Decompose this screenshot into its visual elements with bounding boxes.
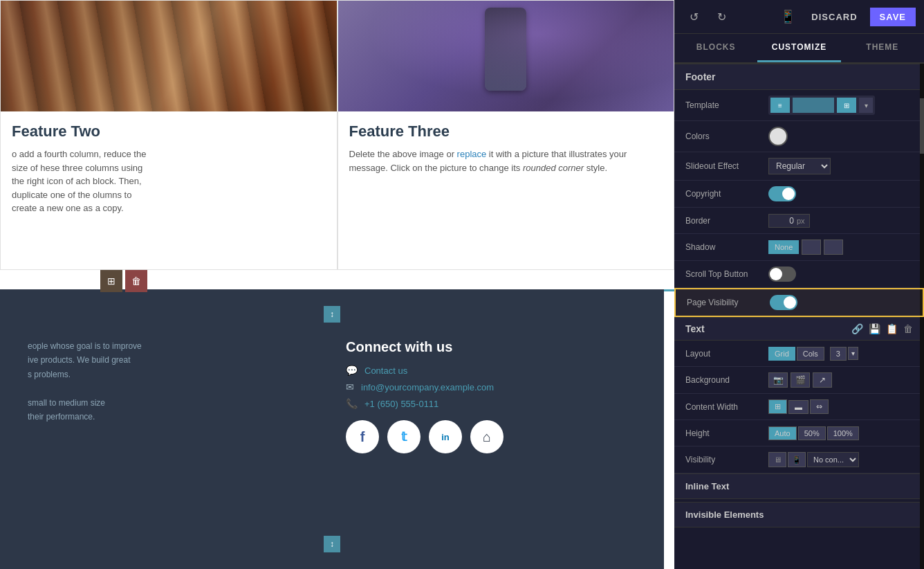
cw-btn-1[interactable]: ⊞ xyxy=(768,399,787,414)
colors-circle[interactable] xyxy=(768,127,788,146)
feature-three-content: Feature Three Delete the above image or … xyxy=(338,111,674,186)
vis-desktop-btn[interactable]: 🖥 xyxy=(768,452,786,467)
template-btn-alt[interactable]: ⊞ xyxy=(837,98,856,113)
feature-card-two[interactable]: Feature Two o add a fourth column, reduc… xyxy=(0,0,338,270)
device-toggle-button[interactable]: 📱 xyxy=(777,6,799,28)
copyright-label: Copyright xyxy=(685,189,768,199)
save-button[interactable]: SAVE xyxy=(870,8,916,26)
shadow-box-btn-1[interactable] xyxy=(802,240,821,255)
border-row: Border px xyxy=(674,208,924,234)
slideout-controls: Regular Slide Fade xyxy=(768,158,913,174)
template-btn-grid[interactable]: ≡ xyxy=(770,98,790,113)
copyright-row: Copyright xyxy=(674,181,924,208)
border-label: Border xyxy=(685,216,768,226)
block-grid-button[interactable]: ⊞ xyxy=(100,270,122,292)
border-value-input[interactable] xyxy=(773,216,794,226)
col-select: 3 ▾ xyxy=(830,347,858,361)
layout-grid-btn[interactable]: Grid xyxy=(768,347,795,361)
copyright-toggle[interactable] xyxy=(768,186,796,201)
bg-video-btn[interactable]: 🎬 xyxy=(791,372,810,388)
visibility-label: Visibility xyxy=(685,455,768,464)
tab-theme[interactable]: THEME xyxy=(841,34,924,62)
text-delete-icon[interactable]: 🗑 xyxy=(903,323,913,334)
footer-top-handle[interactable]: ↕ xyxy=(324,306,340,323)
page-visibility-row: Page Visibility ➜ xyxy=(674,288,924,317)
footer-connect-title: Connect with us xyxy=(346,339,636,355)
panel-scrollbar-thumb[interactable] xyxy=(920,98,924,154)
footer-section[interactable]: ↕ eople whose goal is to improve ive pro… xyxy=(0,289,664,569)
template-controls: ≡ ⊞ ▾ xyxy=(768,96,913,115)
panel-tabs: BLOCKS CUSTOMIZE THEME xyxy=(674,34,924,64)
text-section-header: Text 🔗 💾 📋 🗑 xyxy=(674,317,924,341)
footer-contact-item-0[interactable]: 💬 Contact us xyxy=(346,365,636,376)
block-delete-button[interactable]: 🗑 xyxy=(125,270,147,292)
bg-gradient-btn[interactable]: ↗ xyxy=(813,372,832,388)
panel-top-bar: ↺ ↻ 📱 DISCARD SAVE xyxy=(674,0,924,34)
footer-contact-item-1[interactable]: ✉ info@yourcompany.example.com xyxy=(346,381,636,392)
scroll-top-row: Scroll Top Button xyxy=(674,261,924,288)
feature-card-three[interactable]: Feature Three Delete the above image or … xyxy=(338,0,675,270)
cw-btn-2[interactable]: ▬ xyxy=(788,400,808,414)
page-visibility-label: Page Visibility xyxy=(687,298,770,307)
background-controls: 📷 🎬 ↗ xyxy=(768,372,913,388)
footer-section-header: Footer xyxy=(674,64,924,90)
tab-blocks[interactable]: BLOCKS xyxy=(674,34,757,62)
height-auto-btn[interactable]: Auto xyxy=(768,426,797,440)
height-50-btn[interactable]: 50% xyxy=(798,426,826,440)
template-dropdown[interactable]: ▾ xyxy=(859,98,873,113)
feature-two-text: o add a fourth column, reduce the size o… xyxy=(12,147,149,215)
layout-label: Layout xyxy=(685,349,768,359)
col-num-btn[interactable]: 3 xyxy=(830,347,847,361)
border-controls: px xyxy=(768,214,913,228)
email-icon: ✉ xyxy=(346,381,354,392)
border-input[interactable]: px xyxy=(768,214,810,228)
shadow-controls: None xyxy=(768,240,913,255)
height-row: Height Auto 50% 100% xyxy=(674,420,924,446)
text-copy-icon[interactable]: 📋 xyxy=(886,323,898,334)
border-unit: px xyxy=(797,217,805,225)
bg-image-btn[interactable]: 📷 xyxy=(768,372,788,388)
main-content-area: Feature Two o add a fourth column, reduc… xyxy=(0,0,674,569)
contact-us-link[interactable]: Contact us xyxy=(364,365,407,376)
discard-button[interactable]: DISCARD xyxy=(804,8,864,26)
feature-two-image xyxy=(1,1,337,111)
col-dropdown-btn[interactable]: ▾ xyxy=(848,347,858,360)
redo-button[interactable]: ↻ xyxy=(710,6,732,28)
cw-btn-3[interactable]: ⇔ xyxy=(810,399,829,414)
footer-contact-item-2[interactable]: 📞 +1 (650) 555-0111 xyxy=(346,398,636,409)
text-link-icon[interactable]: 🔗 xyxy=(851,323,863,334)
layout-cols-btn[interactable]: Cols xyxy=(797,347,824,361)
scroll-top-toggle[interactable] xyxy=(768,267,796,282)
undo-button[interactable]: ↺ xyxy=(683,6,705,28)
feature-two-content: Feature Two o add a fourth column, reduc… xyxy=(1,111,160,226)
template-row: Template ≡ ⊞ ▾ xyxy=(674,90,924,121)
phone-link[interactable]: +1 (650) 555-0111 xyxy=(364,399,438,409)
tab-customize[interactable]: CUSTOMIZE xyxy=(757,34,840,62)
height-controls: Auto 50% 100% xyxy=(768,426,913,440)
height-100-btn[interactable]: 100% xyxy=(827,426,859,440)
feature-cards-row: Feature Two o add a fourth column, reduc… xyxy=(0,0,674,270)
shadow-box-btn-2[interactable] xyxy=(824,240,843,255)
colors-controls xyxy=(768,127,913,146)
footer-content: eople whose goal is to improve ive produ… xyxy=(14,332,650,460)
shadow-none-btn[interactable]: None xyxy=(768,240,799,254)
vis-mobile-btn[interactable]: 📱 xyxy=(788,452,806,467)
block-toolbar: ⊞ 🗑 xyxy=(100,270,147,292)
right-panel: ↺ ↻ 📱 DISCARD SAVE BLOCKS CUSTOMIZE THEM… xyxy=(674,0,924,569)
layout-buttons: Grid Cols xyxy=(768,347,824,361)
page-visibility-toggle[interactable] xyxy=(770,295,797,310)
footer-bottom-handle[interactable]: ↕ xyxy=(324,536,340,552)
email-link[interactable]: info@yourcompany.example.com xyxy=(361,382,494,392)
inline-text-section-header: Inline Text xyxy=(674,473,924,499)
text-save-icon[interactable]: 💾 xyxy=(869,323,880,334)
template-preview xyxy=(793,98,834,113)
home-social-button[interactable]: ⌂ xyxy=(470,420,503,453)
vis-select[interactable]: No con... xyxy=(807,452,859,467)
slideout-select[interactable]: Regular Slide Fade xyxy=(768,158,831,174)
text-panel-actions: 🔗 💾 📋 🗑 xyxy=(851,323,913,334)
facebook-social-button[interactable]: f xyxy=(346,420,379,453)
twitter-social-button[interactable]: 𝕥 xyxy=(387,420,421,453)
template-label: Template xyxy=(685,100,768,110)
linkedin-social-button[interactable]: in xyxy=(429,420,462,453)
template-selector[interactable]: ≡ ⊞ ▾ xyxy=(768,96,875,115)
